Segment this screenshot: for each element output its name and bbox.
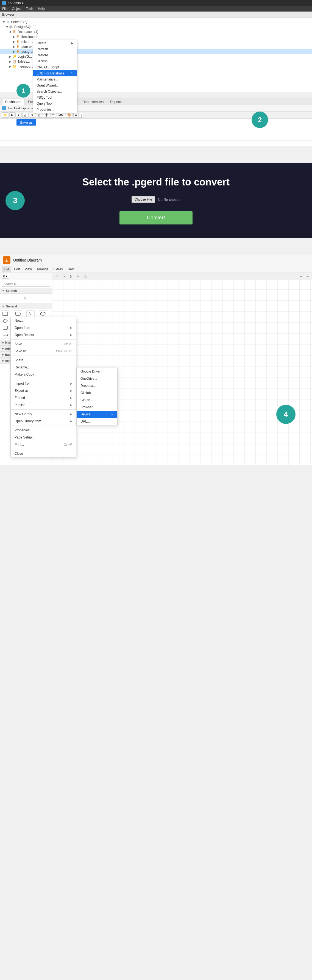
shape-line[interactable] [1,332,10,339]
tab-depenc[interactable]: Depenc [107,99,124,105]
export-onedrive[interactable]: OneDrive... [76,375,117,382]
export-device[interactable]: Device... ↖ [76,411,117,418]
shape-text[interactable]: A [26,310,35,317]
file-menu-page-setup[interactable]: Page Setup... [11,434,76,441]
tree-item-servers[interactable]: ▼ 🖥 Servers (2) [0,19,312,24]
ctx-create-script[interactable]: CREATE Script [33,64,76,70]
file-menu-new-library[interactable]: New Library ▶ [11,410,76,418]
tree-item-ibmclouddb[interactable]: ▶ 🗄 ibmclouddb [0,34,312,39]
file-menu-embed[interactable]: Embed ▶ [11,394,76,401]
file-menu-export[interactable]: Export as ▶ [11,387,76,394]
sidebar-panel-btn[interactable]: ⊞▼ [2,274,10,278]
convert-button[interactable]: Convert [119,211,193,224]
menu-file[interactable]: File [2,7,7,11]
toolbar-color[interactable]: 🎨 [66,112,73,118]
export-browser[interactable]: Browser... [76,404,117,411]
file-menu-properties[interactable]: Properties... [11,427,76,434]
print-shortcut: Ctrl+P [64,443,72,446]
login-icon: 🔑 [12,55,16,58]
file-menu-close[interactable]: Close [11,450,76,457]
menu-object[interactable]: Object [12,7,21,11]
menu-help[interactable]: Help [38,7,45,11]
ctx-backup[interactable]: Backup... [33,58,76,64]
file-menu-save-as[interactable]: Save as... Ctrl+Shift+S [11,348,76,355]
shape-ellipse[interactable] [39,310,47,317]
toolbar-run-dropdown[interactable]: ▼ [15,113,22,118]
shape-doc[interactable] [1,325,10,331]
tab-dashboard[interactable]: Dashboard [2,99,24,105]
export-google-drive[interactable]: Google Drive... [76,368,117,375]
toolbar-add[interactable]: ➕ [43,112,50,118]
export-submenu: Google Drive... OneDrive... Dropbox... G… [76,368,118,425]
save-as-dropdown[interactable]: Save as [16,119,36,126]
file-menu-share[interactable]: Share... [11,356,76,364]
drawio-menu-extras[interactable]: Extras [51,267,65,272]
toolbar-print-dropdown[interactable]: ▼ [29,113,35,118]
file-menu-save[interactable]: Save Ctrl+S [11,340,76,348]
tab-dependencies[interactable]: Dependencies [80,99,107,105]
toolbar-run[interactable]: ▶ [10,112,15,118]
drawio-menu-edit[interactable]: Edit [12,267,22,272]
search-box [0,280,52,288]
drawio-menu-help[interactable]: Help [66,267,77,272]
file-menu-print[interactable]: Print... Ctrl+P [11,441,76,448]
toolbar-print[interactable]: 🖨 [22,113,29,118]
canvas-frame[interactable]: ⬜ [82,274,89,279]
ctx-psql-tool[interactable]: PSQL Tool [33,94,76,100]
shape-rect[interactable] [1,310,10,317]
convert-btn-label: Convert [147,215,166,220]
ctx-maintenance[interactable]: Maintenance... [33,76,76,83]
shape-rounded-rect[interactable] [14,310,22,317]
browser-label: Browser [2,13,14,16]
menu-tools[interactable]: Tools [26,7,33,11]
tree-item-databases[interactable]: ▼ 🗄 Databases (4) [0,29,312,34]
export-github[interactable]: GitHub... [76,389,117,396]
ctx-restore[interactable]: Restore... [33,52,76,58]
file-menu-open-recent[interactable]: Open Recent ▶ [11,331,76,339]
file-menu-new[interactable]: New... [11,317,76,324]
file-menu-open-library[interactable]: Open Library from ▶ [11,418,76,425]
drawio-menubar: File Edit View Arrange Extras Help [0,266,312,273]
ctx-create[interactable]: Create ▶ [33,40,76,46]
canvas-undo[interactable]: ↩ [54,274,60,279]
file-menu-copy[interactable]: Make a Copy... [11,371,76,378]
shape-diamond[interactable] [1,318,10,324]
search-input[interactable] [2,281,50,286]
file-menu-import[interactable]: Import from ▶ [11,380,76,387]
ctx-search-objects[interactable]: Search Objects... [33,89,76,94]
file-menu-publish[interactable]: Publish ▶ [11,401,76,409]
canvas-redo[interactable]: ↪ [61,274,67,279]
tree-item-postgresql[interactable]: ▼ 🐘 PostgreSQL 11 [0,24,312,29]
toolbar-image[interactable]: 🖼 [36,113,42,118]
toolbar-open[interactable]: 📁 [2,112,9,118]
toolbar-mm[interactable]: MM [57,113,65,118]
choose-file-button[interactable]: Choose File [132,196,155,203]
new-library-arrow: ▶ [70,412,72,416]
drawio-menu-view[interactable]: View [22,267,34,272]
file-menu-open-from[interactable]: Open from ▶ [11,324,76,331]
canvas-format[interactable]: ✏ [75,274,81,279]
drawio-menu-arrange[interactable]: Arrange [35,267,51,272]
sidebar-section-scratch[interactable]: ▼ Scratch [0,288,52,294]
export-dropbox[interactable]: Dropbox... [76,382,117,389]
drawio-menu-file[interactable]: File [2,267,11,272]
canvas-delete[interactable]: 🗑 [68,274,74,279]
ctx-grant-wizard[interactable]: Grant Wizard... [33,83,76,89]
basic-arrow: ▶ [2,353,4,356]
ctx-query-tool[interactable]: Query Tool [33,100,76,107]
toolbar-text[interactable]: A [73,113,78,118]
export-gitlab[interactable]: GitLab... [76,396,117,404]
submenu-arrow-create: ▶ [71,41,73,45]
expand-arrow-leaf: ▶ [13,45,15,49]
sidebar-section-general[interactable]: ▼ General [0,304,52,309]
postgres-label: postgres [21,50,34,54]
ctx-refresh[interactable]: Refresh... [33,46,76,52]
toolbar-edit[interactable]: ✏ [51,112,56,118]
file-menu-rename[interactable]: Rename... [11,364,76,371]
ctx-properties[interactable]: Properties... [33,107,76,113]
canvas-connect[interactable]: ⌐ [306,274,310,279]
ctx-erd[interactable]: ERD For Database ↖ [33,70,76,76]
export-url[interactable]: URL... [76,418,117,425]
drawio-section: ▲ Untitled Diagram File Edit View Arrang… [0,255,312,465]
canvas-arrow-right[interactable]: → [298,274,304,279]
